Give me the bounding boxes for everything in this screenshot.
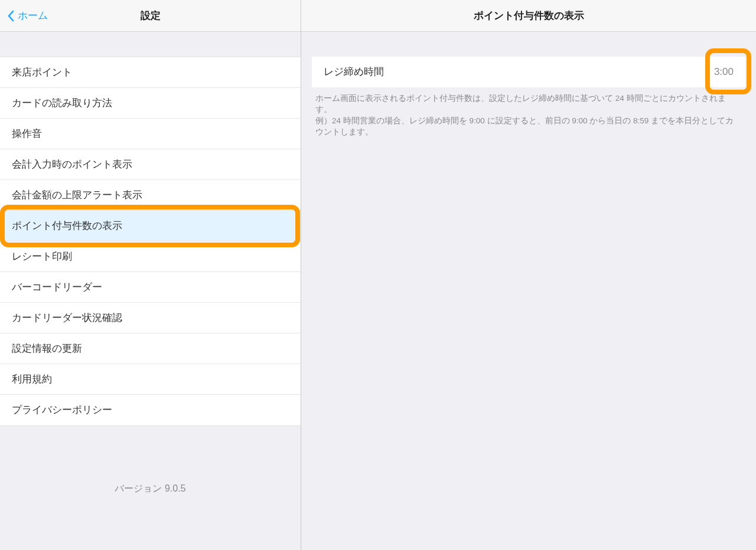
sidebar-item-card-reading[interactable]: カードの読み取り方法	[0, 88, 301, 119]
sidebar-item-point-count-display[interactable]: ポイント付与件数の表示	[0, 211, 301, 241]
chevron-left-icon	[7, 10, 14, 22]
panel-body: レジ締め時間 3:00 ホーム画面に表示されるポイント付与件数は、設定したレジ締…	[301, 32, 756, 138]
version-label: バージョン 9.0.5	[0, 426, 301, 495]
footnote-line: 例）24 時間営業の場合、レジ締め時間を 9:00 に設定すると、前日の 9:0…	[315, 116, 742, 138]
sidebar-item-label: プライバシーポリシー	[12, 404, 289, 417]
back-label: ホーム	[18, 9, 48, 22]
sidebar: ホーム 設定 来店ポイント カードの読み取り方法 操作音 会計入力時のポイント表…	[0, 0, 301, 550]
sidebar-item-label: レシート印刷	[12, 250, 289, 263]
closing-time-value: 3:00	[714, 66, 734, 78]
sidebar-item-label: カードの読み取り方法	[12, 97, 289, 110]
sidebar-item-label: カードリーダー状況確認	[12, 312, 289, 325]
footnote: ホーム画面に表示されるポイント付与件数は、設定したレジ締め時間に基づいて 24 …	[312, 87, 745, 138]
spacer	[0, 32, 301, 57]
sidebar-item-card-reader-status[interactable]: カードリーダー状況確認	[0, 303, 301, 333]
sidebar-item-privacy[interactable]: プライバシーポリシー	[0, 395, 301, 425]
sidebar-item-label: 設定情報の更新	[12, 342, 289, 355]
sidebar-nav: ホーム 設定	[0, 0, 301, 32]
sidebar-item-label: 会計金額の上限アラート表示	[12, 189, 289, 202]
sidebar-item-visit-points[interactable]: 来店ポイント	[0, 57, 301, 88]
sidebar-item-label: 来店ポイント	[12, 66, 289, 79]
sidebar-item-wrapper: ポイント付与件数の表示	[0, 211, 301, 241]
detail-panel: ポイント付与件数の表示 レジ締め時間 3:00 ホーム画面に表示されるポイント付…	[301, 0, 756, 550]
sidebar-item-update-settings[interactable]: 設定情報の更新	[0, 333, 301, 364]
sidebar-item-barcode-reader[interactable]: バーコードリーダー	[0, 272, 301, 303]
sidebar-scroll[interactable]: 来店ポイント カードの読み取り方法 操作音 会計入力時のポイント表示 会計金額の…	[0, 32, 301, 550]
sidebar-item-terms[interactable]: 利用規約	[0, 364, 301, 395]
sidebar-item-label: 利用規約	[12, 373, 289, 386]
footnote-line: ホーム画面に表示されるポイント付与件数は、設定したレジ締め時間に基づいて 24 …	[315, 93, 742, 116]
sidebar-item-label: 会計入力時のポイント表示	[12, 158, 289, 171]
sidebar-item-label: ポイント付与件数の表示	[12, 220, 289, 233]
sidebar-item-receipt-print[interactable]: レシート印刷	[0, 241, 301, 272]
closing-time-label: レジ締め時間	[324, 66, 714, 78]
sidebar-item-label: 操作音	[12, 127, 289, 140]
sidebar-item-point-display[interactable]: 会計入力時のポイント表示	[0, 149, 301, 180]
panel-nav: ポイント付与件数の表示	[301, 0, 756, 32]
sidebar-item-sound[interactable]: 操作音	[0, 119, 301, 149]
closing-time-row[interactable]: レジ締め時間 3:00	[312, 57, 745, 87]
back-button[interactable]: ホーム	[0, 9, 48, 22]
settings-list: 来店ポイント カードの読み取り方法 操作音 会計入力時のポイント表示 会計金額の…	[0, 57, 301, 426]
panel-title: ポイント付与件数の表示	[301, 9, 756, 22]
setting-wrapper: レジ締め時間 3:00	[312, 57, 745, 87]
sidebar-item-amount-alert[interactable]: 会計金額の上限アラート表示	[0, 180, 301, 211]
sidebar-item-label: バーコードリーダー	[12, 281, 289, 294]
